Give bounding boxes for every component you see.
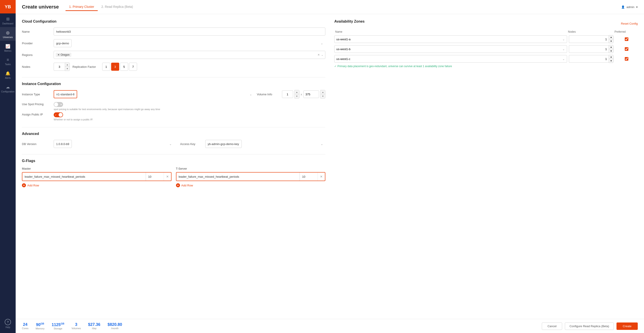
gflags-cols: Master ✕ + Add Row — [22, 167, 325, 187]
tserver-key-input-0[interactable] — [176, 173, 300, 181]
header-tabs: 1. Primary Cluster 2. Read Replica (Beta… — [66, 3, 137, 11]
master-gflag-remove-0[interactable]: ✕ — [164, 173, 171, 181]
vol-count-up[interactable]: ▲ — [295, 90, 299, 94]
create-button[interactable]: Create — [616, 322, 638, 330]
az-reset-btn[interactable]: Reset Config — [621, 22, 638, 25]
rf-btn-7[interactable]: 7 — [129, 63, 137, 71]
public-ip-check: ✓ — [55, 114, 56, 116]
az-nodes-input-1[interactable] — [569, 45, 609, 53]
az-spinner-0: ▲ ▼ — [609, 35, 614, 43]
az-nodes-wrapper-1: ▲ ▼ — [569, 45, 614, 53]
footer-stats: 24 Cores 90GB Memory 1125GB Storage 3 Vo… — [22, 322, 542, 330]
sidebar-item-label: Metrics — [4, 50, 12, 52]
master-key-input-0[interactable] — [22, 173, 146, 181]
cloud-config-col: Cloud Configuration Name Provider gcp-de… — [22, 20, 325, 194]
region-tag-x[interactable]: ✕ — [58, 53, 60, 56]
provider-label: Provider — [22, 42, 51, 45]
volume-size-input[interactable] — [304, 90, 319, 98]
footer-memory: 90GB Memory — [36, 322, 44, 330]
vol-count-down[interactable]: ▼ — [295, 94, 299, 98]
az-row-2: us-west1-c ▲ ▼ — [334, 55, 638, 63]
tserver-col: T-Server ✕ + Add Row — [176, 167, 326, 187]
provider-select[interactable]: gcp-demo — [54, 39, 72, 47]
az-select-wrapper-1: us-west1-b — [334, 45, 567, 53]
az-down-2[interactable]: ▼ — [609, 59, 613, 63]
spot-toggle[interactable]: ✕ — [54, 102, 63, 107]
regions-clear-btn[interactable]: ✕ — [318, 53, 320, 56]
public-ip-row: Assign Public IP ✓ Whether or not to ass… — [22, 112, 325, 121]
regions-row: Regions ✕ Oregon ✕ ⌄ — [22, 51, 325, 59]
vol-size-up[interactable]: ▲ — [321, 90, 325, 94]
az-header: Availability Zones Reset Config — [334, 20, 638, 28]
nodes-input[interactable] — [54, 63, 65, 71]
tserver-gflag-remove-0[interactable]: ✕ — [318, 173, 325, 181]
az-down-0[interactable]: ▼ — [609, 39, 613, 43]
az-select-2[interactable]: us-west1-c — [334, 55, 567, 63]
master-add-row[interactable]: + Add Row — [22, 183, 172, 187]
az-up-2[interactable]: ▲ — [609, 55, 613, 59]
regions-input[interactable]: ✕ Oregon ✕ ⌄ — [54, 51, 325, 59]
tserver-value-input-0[interactable] — [300, 173, 318, 181]
volume-count-input[interactable] — [282, 90, 293, 98]
az-checkbox-0[interactable] — [625, 37, 628, 41]
sidebar-item-alerts[interactable]: 🔔 Alerts — [0, 68, 16, 82]
advanced-row: DB Version 1.0.8.0-b9 Access Key yb-admi… — [22, 140, 325, 148]
volume-info-label: Volume Info — [257, 93, 279, 96]
tserver-add-row[interactable]: + Add Row — [176, 183, 326, 187]
nodes-input-wrapper: ▲ ▼ — [54, 63, 70, 71]
rf-btn-1[interactable]: 1 — [102, 63, 110, 71]
regions-dropdown-btn[interactable]: ⌄ — [321, 53, 323, 56]
az-up-1[interactable]: ▲ — [609, 45, 613, 49]
master-label: Master — [22, 167, 172, 170]
configure-replica-button[interactable]: Configure Read Replica (Beta) — [565, 322, 614, 330]
rf-btn-3[interactable]: 3 — [111, 63, 119, 71]
cloud-config-section: Cloud Configuration Name Provider gcp-de… — [22, 20, 325, 71]
replication-btns: 1 3 5 7 — [102, 63, 137, 71]
sidebar-item-metrics[interactable]: 📈 Metrics — [0, 41, 16, 54]
sidebar-item-configuration[interactable]: ☁ Configuration — [0, 82, 16, 95]
master-value-input-0[interactable] — [146, 173, 164, 181]
spot-toggle-knob — [54, 103, 58, 107]
vol-size-down[interactable]: ▼ — [321, 94, 325, 98]
rf-btn-5[interactable]: 5 — [120, 63, 128, 71]
name-input[interactable] — [54, 28, 325, 36]
az-select-1[interactable]: us-west1-b — [334, 45, 567, 53]
az-up-0[interactable]: ▲ — [609, 35, 613, 39]
az-checkbox-1[interactable] — [625, 47, 628, 51]
name-row: Name — [22, 28, 325, 36]
sidebar-item-tasks[interactable]: ≡ Tasks — [0, 54, 16, 68]
sidebar-item-universes[interactable]: ◎ Universes — [0, 27, 16, 41]
cancel-button[interactable]: Cancel — [542, 322, 562, 330]
instance-config-title: Instance Configuration — [22, 82, 325, 86]
region-tag-label: Oregon — [60, 53, 70, 56]
az-checkbox-2[interactable] — [625, 57, 628, 61]
access-key-select[interactable]: yb-admin-gcp-demo-key — [205, 140, 242, 148]
nodes-decrement-btn[interactable]: ▼ — [65, 67, 70, 71]
az-down-1[interactable]: ▼ — [609, 49, 613, 53]
public-ip-toggle[interactable]: ✓ — [54, 112, 63, 117]
nodes-increment-btn[interactable]: ▲ — [65, 63, 70, 67]
admin-dropdown-icon[interactable]: ▾ — [636, 5, 638, 9]
az-nodes-input-0[interactable] — [569, 35, 609, 43]
db-version-select[interactable]: 1.0.8.0-b9 — [54, 140, 72, 148]
az-spinner-2: ▲ ▼ — [609, 55, 614, 63]
tab-primary-cluster[interactable]: 1. Primary Cluster — [66, 3, 98, 11]
tasks-icon: ≡ — [7, 58, 9, 62]
tab-read-replica[interactable]: 2. Read Replica (Beta) — [98, 3, 137, 11]
instance-type-select-wrapper: n1-standard-8 — [54, 90, 254, 98]
app-logo[interactable]: YB — [0, 0, 16, 14]
sidebar-item-dashboard[interactable]: ⊞ Dashboard — [0, 14, 16, 27]
volume-info: ▲ ▼ x ▲ ▼ — [282, 90, 326, 99]
regions-clear: ✕ ⌄ — [318, 53, 323, 56]
spot-toggle-x: ✕ — [60, 103, 62, 106]
az-select-0[interactable]: us-west1-a — [334, 35, 567, 43]
cores-value: 24 — [23, 322, 28, 327]
provider-select-wrapper: gcp-demo — [54, 39, 325, 47]
instance-type-select[interactable]: n1-standard-8 — [54, 90, 77, 98]
sidebar-item-help[interactable]: ? Help — [0, 316, 16, 331]
az-nodes-input-2[interactable] — [569, 55, 609, 63]
page-title: Create universe — [22, 4, 59, 10]
cores-label: Cores — [22, 327, 28, 330]
tserver-gflag-row-0: ✕ — [176, 172, 326, 181]
dashboard-icon: ⊞ — [6, 17, 10, 22]
